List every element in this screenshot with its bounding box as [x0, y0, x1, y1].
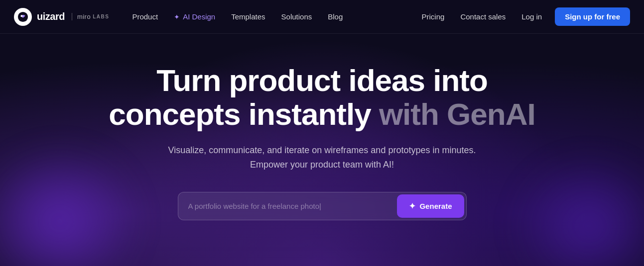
navbar: uizard miro LABS Product ✦ AI Design Tem… [0, 0, 644, 34]
nav-templates[interactable]: Templates [224, 8, 272, 25]
nav-product[interactable]: Product [125, 8, 165, 25]
miro-text: miro [77, 13, 91, 20]
nav-right: Pricing Contact sales Log in Sign up for… [415, 7, 630, 26]
generate-button[interactable]: ✦ Generate [397, 194, 464, 218]
search-bar: ✦ Generate [178, 192, 467, 220]
nav-blog-label: Blog [328, 12, 343, 21]
nav-links: Product ✦ AI Design Templates Solutions … [125, 8, 414, 25]
hero-section: Turn product ideas into concepts instant… [0, 34, 644, 220]
hero-title-line2-white: concepts instantly [109, 97, 371, 131]
hero-title-line2-gray: with GenAI [371, 97, 535, 131]
nav-login[interactable]: Log in [515, 8, 549, 25]
nav-blog[interactable]: Blog [321, 8, 350, 25]
generate-label: Generate [419, 202, 452, 210]
nav-contact-sales-label: Contact sales [460, 12, 506, 21]
signup-button[interactable]: Sign up for free [555, 7, 630, 26]
nav-login-label: Log in [521, 12, 542, 21]
hero-title-line1: Turn product ideas into [156, 63, 488, 97]
svg-point-1 [20, 15, 22, 17]
hero-subtitle: Visualize, communicate, and iterate on w… [168, 143, 477, 172]
generate-sparkle-icon: ✦ [409, 201, 415, 211]
logo-text: uizard [37, 11, 65, 22]
nav-pricing-label: Pricing [422, 12, 445, 21]
nav-ai-design[interactable]: ✦ AI Design [167, 8, 222, 25]
nav-solutions-label: Solutions [281, 12, 312, 21]
search-input[interactable] [178, 194, 395, 218]
sparkle-icon: ✦ [174, 13, 180, 21]
nav-contact-sales[interactable]: Contact sales [453, 8, 513, 25]
nav-ai-design-label: AI Design [183, 12, 215, 21]
hero-title: Turn product ideas into concepts instant… [109, 64, 535, 131]
nav-templates-label: Templates [231, 12, 265, 21]
miro-badge: miro LABS [72, 13, 110, 20]
logo-area: uizard miro LABS [14, 8, 109, 26]
nav-pricing[interactable]: Pricing [415, 8, 452, 25]
miro-labs-text: LABS [93, 14, 109, 19]
nav-product-label: Product [132, 12, 158, 21]
nav-solutions[interactable]: Solutions [274, 8, 319, 25]
logo-icon [14, 8, 32, 26]
